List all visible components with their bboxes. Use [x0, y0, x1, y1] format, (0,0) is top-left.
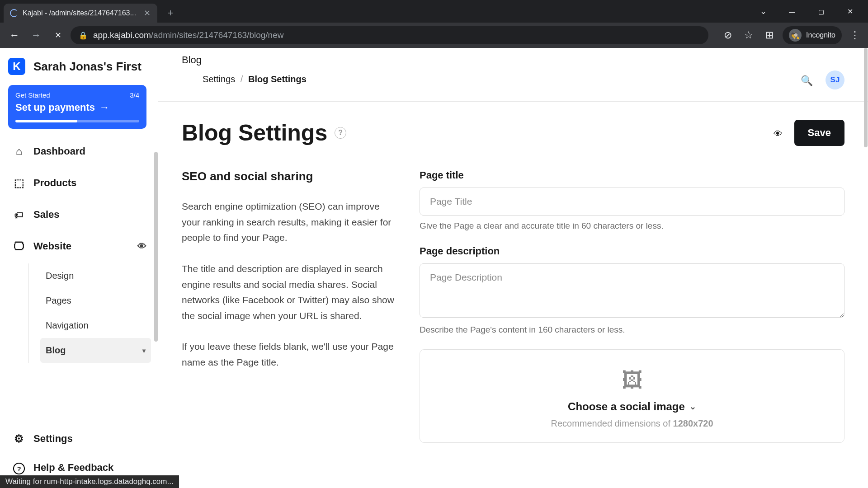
seo-paragraph: The title and description are displayed … — [182, 261, 394, 324]
monitor-icon — [13, 240, 25, 253]
chevron-down-icon — [760, 6, 767, 16]
tab-strip: Kajabi - /admin/sites/2147647163... — [0, 0, 868, 23]
onboarding-card[interactable]: Get Started 3/4 Set up payments → — [8, 85, 146, 129]
sidebar-item-sales[interactable]: Sales — [8, 200, 151, 229]
sidebar-item-label: Dashboard — [33, 145, 85, 157]
page-title-row: Blog Settings ? Save — [158, 102, 868, 146]
sidebar-item-label: Sales — [33, 209, 60, 221]
main-scrollbar[interactable] — [863, 48, 868, 488]
browser-tab[interactable]: Kajabi - /admin/sites/2147647163... — [4, 4, 157, 23]
sidebar-item-settings[interactable]: Settings — [8, 424, 153, 453]
browser-menu-button[interactable] — [847, 28, 863, 43]
onboarding-progress-bar — [15, 120, 139, 122]
browser-status-bar: Waiting for rum-http-intake.logs.datadog… — [0, 475, 179, 488]
close-window-button[interactable] — [841, 4, 859, 19]
preview-site-button[interactable] — [137, 240, 146, 252]
site-name: Sarah Jonas's First — [33, 60, 142, 74]
arrow-right-icon: → — [99, 102, 109, 113]
back-button[interactable] — [5, 26, 24, 44]
maximize-icon — [818, 7, 824, 16]
page-description-input[interactable] — [420, 263, 844, 318]
breadcrumb-current: Blog Settings — [248, 74, 307, 84]
sidebar-subitem-pages[interactable]: Pages — [40, 288, 151, 313]
website-submenu: Design Pages Navigation Blog ▾ — [28, 263, 151, 363]
image-icon — [429, 368, 835, 392]
page-title-hint: Give the Page a clear and accurate title… — [420, 221, 844, 231]
eye-icon — [137, 240, 146, 252]
tab-list-button[interactable] — [754, 4, 772, 19]
preview-button[interactable] — [774, 126, 783, 140]
save-button[interactable]: Save — [794, 120, 844, 146]
breadcrumb-settings[interactable]: Settings — [203, 74, 235, 84]
scrollbar-thumb[interactable] — [864, 48, 868, 147]
close-icon — [847, 7, 853, 16]
sidebar-item-website[interactable]: Website — [8, 232, 151, 261]
incognito-indicator[interactable]: Incognito — [783, 26, 842, 44]
page-title: Blog Settings ? — [182, 120, 346, 146]
lock-icon — [79, 30, 88, 40]
avatar[interactable]: SJ — [826, 70, 844, 89]
page-title-label: Page title — [420, 169, 844, 181]
onboarding-kicker: Get Started — [15, 91, 50, 99]
page-description-hint: Describe the Page's content in 160 chara… — [420, 325, 844, 335]
chevron-down-icon: ▾ — [142, 347, 146, 354]
search-button[interactable] — [801, 73, 813, 87]
home-icon — [13, 145, 25, 158]
close-icon — [55, 30, 61, 40]
address-bar: app.kajabi.com/admin/sites/2147647163/bl… — [0, 23, 868, 48]
help-tooltip-button[interactable]: ? — [335, 127, 346, 139]
loading-spinner-icon — [10, 9, 18, 17]
social-image-picker[interactable]: Choose a social image Recommended dimens… — [420, 349, 844, 443]
eye-icon — [774, 126, 783, 140]
onboarding-progress-label: 3/4 — [130, 91, 139, 99]
sidebar-scrollbar[interactable] — [154, 48, 158, 488]
page-description-label: Page description — [420, 245, 844, 257]
more-vertical-icon — [850, 29, 860, 41]
bookmark-button[interactable] — [741, 28, 756, 43]
chevron-down-icon — [689, 402, 696, 412]
tracking-blocked-button[interactable] — [720, 28, 736, 43]
plus-icon — [168, 7, 174, 19]
incognito-icon — [789, 29, 802, 42]
sidebar-item-label: Products — [33, 177, 76, 189]
image-recommendation: Recommended dimensions of 1280x720 — [429, 418, 835, 429]
breadcrumb: Settings / Blog Settings — [203, 74, 801, 84]
close-icon — [144, 8, 151, 18]
gear-icon — [13, 432, 25, 445]
stop-button[interactable] — [49, 26, 67, 44]
onboarding-title: Set up payments — [15, 102, 95, 113]
forward-button[interactable] — [27, 26, 45, 44]
page-title-input[interactable] — [420, 188, 844, 216]
close-tab-button[interactable] — [143, 9, 151, 17]
choose-image-row: Choose a social image — [429, 400, 835, 413]
brand-logo: K — [8, 58, 25, 75]
settings-body: SEO and social sharing Search engine opt… — [158, 146, 868, 443]
main-content: Blog Settings / Blog Settings SJ Blog Se… — [158, 48, 868, 488]
eye-off-icon — [724, 29, 732, 41]
scrollbar-thumb[interactable] — [154, 152, 158, 342]
choose-image-label: Choose a social image — [568, 400, 685, 413]
section-label: Blog — [182, 54, 801, 66]
minimize-icon — [789, 7, 795, 16]
sidebar-item-products[interactable]: Products — [8, 169, 151, 197]
omnibox[interactable]: app.kajabi.com/admin/sites/2147647163/bl… — [71, 26, 708, 44]
sidebar-item-label: Settings — [33, 433, 73, 445]
sidebar-subitem-design[interactable]: Design — [40, 263, 151, 288]
sidebar-subitem-blog[interactable]: Blog ▾ — [40, 338, 151, 363]
arrow-left-icon — [9, 29, 19, 41]
sidebar: K Sarah Jonas's First Get Started 3/4 Se… — [0, 48, 158, 488]
toolbar-right: Incognito — [720, 26, 863, 44]
field-page-title: Page title Give the Page a clear and acc… — [420, 169, 844, 231]
brand[interactable]: K Sarah Jonas's First — [8, 56, 153, 85]
extensions-button[interactable] — [762, 28, 777, 43]
app-viewport: K Sarah Jonas's First Get Started 3/4 Se… — [0, 48, 868, 488]
onboarding-title-row: Set up payments → — [15, 102, 139, 113]
minimize-button[interactable] — [783, 4, 801, 19]
star-icon — [744, 29, 753, 41]
extensions-icon — [765, 29, 774, 41]
new-tab-button[interactable] — [163, 5, 178, 21]
sidebar-item-dashboard[interactable]: Dashboard — [8, 137, 151, 166]
sidebar-subitem-navigation[interactable]: Navigation — [40, 313, 151, 338]
maximize-button[interactable] — [812, 4, 830, 19]
onboarding-header: Get Started 3/4 — [15, 91, 139, 99]
